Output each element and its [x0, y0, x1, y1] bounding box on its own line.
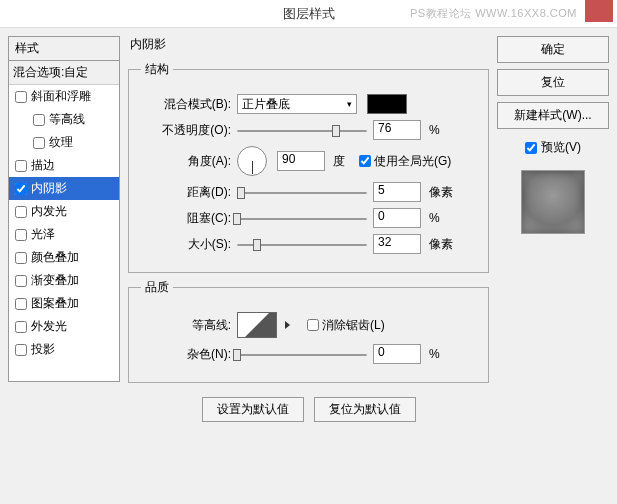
noise-label: 杂色(N):: [141, 346, 231, 363]
style-checkbox[interactable]: [33, 114, 45, 126]
dialog-body: 样式 混合选项:自定斜面和浮雕等高线纹理描边内阴影内发光光泽颜色叠加渐变叠加图案…: [0, 28, 617, 504]
watermark-text: PS教程论坛 WWW.16XX8.COM: [410, 6, 577, 21]
size-slider[interactable]: [237, 237, 367, 251]
quality-legend: 品质: [141, 279, 173, 296]
distance-unit: 像素: [429, 184, 453, 201]
size-label: 大小(S):: [141, 236, 231, 253]
style-row[interactable]: 内发光: [9, 200, 119, 223]
style-checkbox[interactable]: [15, 252, 27, 264]
preview-thumbnail: [521, 170, 585, 234]
distance-slider[interactable]: [237, 185, 367, 199]
global-light-input[interactable]: [359, 155, 371, 167]
style-row[interactable]: 外发光: [9, 315, 119, 338]
size-input[interactable]: 32: [373, 234, 421, 254]
choke-slider[interactable]: [237, 211, 367, 225]
style-label: 内阴影: [31, 180, 67, 197]
styles-panel: 样式 混合选项:自定斜面和浮雕等高线纹理描边内阴影内发光光泽颜色叠加渐变叠加图案…: [8, 36, 120, 496]
contour-label: 等高线:: [141, 317, 231, 334]
style-label: 渐变叠加: [31, 272, 79, 289]
noise-row: 杂色(N): 0 %: [141, 344, 476, 364]
style-row[interactable]: 图案叠加: [9, 292, 119, 315]
style-checkbox[interactable]: [33, 137, 45, 149]
antialias-input[interactable]: [307, 319, 319, 331]
contour-picker[interactable]: [237, 312, 277, 338]
opacity-unit: %: [429, 123, 440, 137]
style-checkbox[interactable]: [15, 206, 27, 218]
style-checkbox[interactable]: [15, 160, 27, 172]
ok-button[interactable]: 确定: [497, 36, 609, 63]
opacity-input[interactable]: 76: [373, 120, 421, 140]
angle-input[interactable]: 90: [277, 151, 325, 171]
blend-options-row[interactable]: 混合选项:自定: [9, 61, 119, 85]
style-row[interactable]: 内阴影: [9, 177, 119, 200]
noise-input[interactable]: 0: [373, 344, 421, 364]
antialias-checkbox[interactable]: 消除锯齿(L): [307, 317, 385, 334]
opacity-slider[interactable]: [237, 123, 367, 137]
structure-legend: 结构: [141, 61, 173, 78]
antialias-label: 消除锯齿(L): [322, 317, 385, 334]
preview-label: 预览(V): [541, 139, 581, 156]
reset-default-button[interactable]: 复位为默认值: [314, 397, 416, 422]
style-label: 颜色叠加: [31, 249, 79, 266]
style-row[interactable]: 颜色叠加: [9, 246, 119, 269]
style-label: 内发光: [31, 203, 67, 220]
style-label: 投影: [31, 341, 55, 358]
distance-input[interactable]: 5: [373, 182, 421, 202]
contour-row: 等高线: 消除锯齿(L): [141, 312, 476, 338]
styles-header: 样式: [8, 36, 120, 60]
choke-label: 阻塞(C):: [141, 210, 231, 227]
angle-dial[interactable]: [237, 146, 267, 176]
blend-mode-select[interactable]: 正片叠底 ▾: [237, 94, 357, 114]
angle-row: 角度(A): 90 度 使用全局光(G): [141, 146, 476, 176]
close-button[interactable]: [585, 0, 613, 22]
style-checkbox[interactable]: [15, 344, 27, 356]
noise-unit: %: [429, 347, 440, 361]
style-checkbox[interactable]: [15, 183, 27, 195]
style-row[interactable]: 渐变叠加: [9, 269, 119, 292]
choke-row: 阻塞(C): 0 %: [141, 208, 476, 228]
cancel-button[interactable]: 复位: [497, 69, 609, 96]
distance-row: 距离(D): 5 像素: [141, 182, 476, 202]
style-checkbox[interactable]: [15, 298, 27, 310]
style-label: 光泽: [31, 226, 55, 243]
global-light-checkbox[interactable]: 使用全局光(G): [359, 153, 451, 170]
angle-label: 角度(A):: [141, 153, 231, 170]
chevron-down-icon: ▾: [347, 99, 352, 109]
style-row[interactable]: 纹理: [9, 131, 119, 154]
blend-mode-row: 混合模式(B): 正片叠底 ▾: [141, 94, 476, 114]
style-row[interactable]: 等高线: [9, 108, 119, 131]
style-row[interactable]: 描边: [9, 154, 119, 177]
style-label: 等高线: [49, 111, 85, 128]
blend-mode-label: 混合模式(B):: [141, 96, 231, 113]
opacity-row: 不透明度(O): 76 %: [141, 120, 476, 140]
preview-checkbox[interactable]: 预览(V): [497, 139, 609, 156]
style-label: 图案叠加: [31, 295, 79, 312]
titlebar: 图层样式 PS教程论坛 WWW.16XX8.COM: [0, 0, 617, 28]
new-style-button[interactable]: 新建样式(W)...: [497, 102, 609, 129]
style-checkbox[interactable]: [15, 275, 27, 287]
style-row[interactable]: 斜面和浮雕: [9, 85, 119, 108]
style-row[interactable]: 光泽: [9, 223, 119, 246]
style-checkbox[interactable]: [15, 321, 27, 333]
choke-unit: %: [429, 211, 440, 225]
styles-list[interactable]: 混合选项:自定斜面和浮雕等高线纹理描边内阴影内发光光泽颜色叠加渐变叠加图案叠加外…: [8, 60, 120, 382]
style-checkbox[interactable]: [15, 91, 27, 103]
defaults-row: 设置为默认值 复位为默认值: [128, 397, 489, 422]
opacity-label: 不透明度(O):: [141, 122, 231, 139]
size-unit: 像素: [429, 236, 453, 253]
shadow-color-swatch[interactable]: [367, 94, 407, 114]
window-title: 图层样式: [283, 5, 335, 23]
set-default-button[interactable]: 设置为默认值: [202, 397, 304, 422]
quality-group: 品质 等高线: 消除锯齿(L) 杂色(N): 0 %: [128, 279, 489, 383]
style-checkbox[interactable]: [15, 229, 27, 241]
style-label: 纹理: [49, 134, 73, 151]
noise-slider[interactable]: [237, 347, 367, 361]
blend-mode-value: 正片叠底: [242, 96, 290, 113]
choke-input[interactable]: 0: [373, 208, 421, 228]
size-row: 大小(S): 32 像素: [141, 234, 476, 254]
style-row[interactable]: 投影: [9, 338, 119, 361]
preview-input[interactable]: [525, 142, 537, 154]
effect-title: 内阴影: [128, 36, 489, 53]
distance-label: 距离(D):: [141, 184, 231, 201]
angle-unit: 度: [333, 153, 345, 170]
